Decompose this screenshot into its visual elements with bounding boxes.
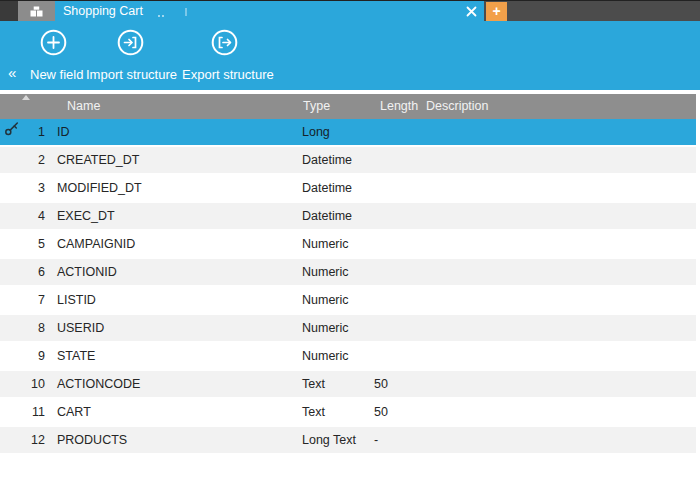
row-number[interactable]: 4 — [0, 203, 45, 229]
field-name[interactable]: CART — [57, 399, 91, 425]
row-number[interactable]: 11 — [0, 399, 45, 425]
field-length[interactable]: 50 — [374, 371, 388, 397]
new-field-button[interactable] — [40, 29, 67, 56]
row-number[interactable]: 2 — [0, 147, 45, 173]
row-number[interactable]: 12 — [0, 427, 45, 453]
field-row-created_dt[interactable]: 2CREATED_DTDatetime — [0, 147, 696, 173]
window-corner — [0, 1, 18, 22]
row-number[interactable]: 3 — [0, 175, 45, 201]
field-name[interactable]: ACTIONCODE — [57, 371, 140, 397]
field-row-products[interactable]: 12PRODUCTSLong Text- — [0, 427, 696, 453]
import-structure-button[interactable] — [117, 29, 144, 56]
module-icon-button[interactable] — [18, 1, 55, 22]
row-number[interactable]: 7 — [0, 287, 45, 313]
collapse-toolbar-icon[interactable]: « — [8, 65, 16, 81]
field-name[interactable]: EXEC_DT — [57, 203, 115, 229]
field-name[interactable]: CAMPAIGNID — [57, 231, 135, 257]
field-name[interactable]: STATE — [57, 343, 95, 369]
field-row-actionid[interactable]: 6ACTIONIDNumeric — [0, 259, 696, 285]
field-name[interactable]: ACTIONID — [57, 259, 117, 285]
plus-circle-icon — [40, 29, 67, 56]
row-number[interactable]: 6 — [0, 259, 45, 285]
field-type[interactable]: Datetime — [302, 147, 352, 173]
tab-title: Shopping Cart — [63, 1, 143, 21]
field-type[interactable]: Numeric — [302, 259, 349, 285]
field-row-exec_dt[interactable]: 4EXEC_DTDatetime — [0, 203, 696, 229]
row-number[interactable]: 9 — [0, 343, 45, 369]
module-icon — [30, 6, 44, 17]
row-number[interactable]: 8 — [0, 315, 45, 341]
import-circle-icon — [117, 29, 144, 56]
field-name[interactable]: PRODUCTS — [57, 427, 127, 453]
new-tab-button[interactable]: + — [486, 2, 507, 21]
field-row-id[interactable]: 1IDLong — [0, 119, 696, 145]
field-row-state[interactable]: 9STATENumeric — [0, 343, 696, 369]
app-window: Shopping Cart + « — [0, 0, 700, 482]
field-type[interactable]: Numeric — [302, 287, 349, 313]
field-length[interactable]: - — [374, 427, 378, 453]
field-type[interactable]: Numeric — [302, 315, 349, 341]
toolbar: « New field Import structure — [0, 21, 700, 90]
column-header-name[interactable]: Name — [67, 94, 100, 119]
export-structure-button[interactable] — [211, 29, 238, 56]
field-row-actioncode[interactable]: 10ACTIONCODEText50 — [0, 371, 696, 397]
export-circle-icon — [211, 29, 238, 56]
grid-body: 1IDLong2CREATED_DTDatetime3MODIFIED_DTDa… — [0, 119, 696, 453]
field-type[interactable]: Text — [302, 399, 325, 425]
tab-bar: Shopping Cart + — [0, 0, 700, 21]
close-tab-icon[interactable] — [465, 5, 478, 18]
field-name[interactable]: USERID — [57, 315, 104, 341]
field-type[interactable]: Datetime — [302, 175, 352, 201]
export-structure-label[interactable]: Export structure — [182, 67, 274, 82]
field-row-userid[interactable]: 8USERIDNumeric — [0, 315, 696, 341]
field-name[interactable]: LISTID — [57, 287, 96, 313]
tab-faint-dots — [158, 15, 160, 17]
field-type[interactable]: Numeric — [302, 343, 349, 369]
field-name[interactable]: ID — [57, 119, 70, 145]
row-number[interactable]: 5 — [0, 231, 45, 257]
field-row-modified_dt[interactable]: 3MODIFIED_DTDatetime — [0, 175, 696, 201]
column-header-length[interactable]: Length — [380, 94, 418, 119]
new-field-label[interactable]: New field — [30, 67, 83, 82]
field-row-campaignid[interactable]: 5CAMPAIGNIDNumeric — [0, 231, 696, 257]
grid-header: Name Type Length Description — [0, 94, 696, 119]
field-type[interactable]: Text — [302, 371, 325, 397]
field-name[interactable]: MODIFIED_DT — [57, 175, 142, 201]
field-type[interactable]: Long Text — [302, 427, 356, 453]
field-type[interactable]: Datetime — [302, 203, 352, 229]
import-structure-label[interactable]: Import structure — [86, 67, 177, 82]
field-name[interactable]: CREATED_DT — [57, 147, 139, 173]
field-length[interactable]: 50 — [374, 399, 388, 425]
field-type[interactable]: Long — [302, 119, 330, 145]
tab-faint-divider — [185, 8, 187, 16]
row-number[interactable]: 10 — [0, 371, 45, 397]
tab-shopping-cart[interactable]: Shopping Cart — [55, 1, 484, 22]
sort-ascending-icon[interactable] — [22, 95, 30, 100]
field-type[interactable]: Numeric — [302, 231, 349, 257]
field-row-listid[interactable]: 7LISTIDNumeric — [0, 287, 696, 313]
row-number[interactable]: 1 — [0, 119, 45, 145]
column-header-description[interactable]: Description — [426, 94, 489, 119]
column-header-type[interactable]: Type — [303, 94, 330, 119]
field-row-cart[interactable]: 11CARTText50 — [0, 399, 696, 425]
